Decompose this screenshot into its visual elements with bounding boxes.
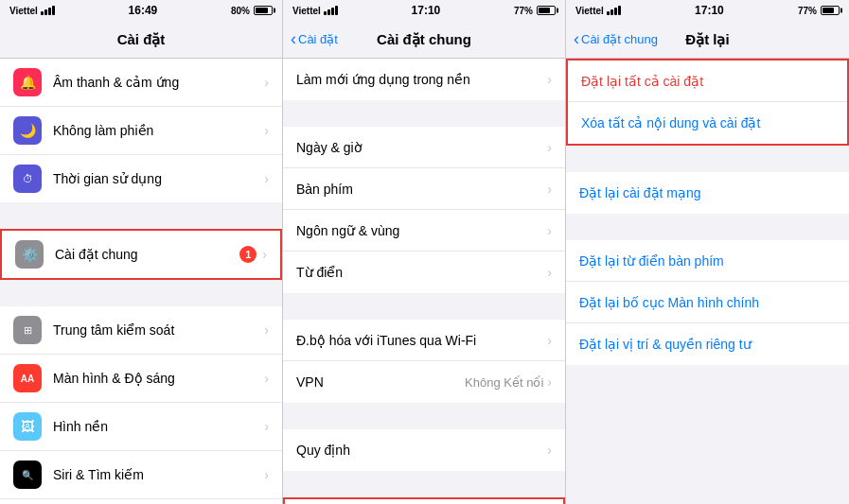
- list-item-general[interactable]: ⚙️ Cài đặt chung 1 ›: [2, 231, 280, 278]
- back-chevron-2: ‹: [291, 29, 296, 49]
- list-item-dictionary[interactable]: Từ điển ›: [283, 252, 565, 293]
- general-group-1: Làm mới ứng dụng trong nền ›: [283, 59, 565, 100]
- back-chevron-3: ‹: [574, 29, 579, 49]
- carrier-2: Viettel: [292, 6, 321, 16]
- reset-location-label: Đặt lại vị trí & quyền riêng tư: [579, 337, 836, 352]
- carrier-1: Viettel: [9, 6, 38, 16]
- signal-icon-3: [607, 6, 621, 15]
- list-item-display[interactable]: AA Màn hình & Độ sáng ›: [0, 355, 282, 403]
- reset-all-label: Đặt lại tất cả cài đặt: [581, 74, 834, 89]
- sound-icon: 🔔: [13, 68, 42, 96]
- list-item-datetime[interactable]: Ngày & giờ ›: [283, 127, 565, 168]
- list-item-reset-network[interactable]: Đặt lại cài đặt mạng: [566, 172, 849, 214]
- list-item-reset-keyboard[interactable]: Đặt lại từ điển bàn phím: [566, 240, 849, 282]
- general-divider-1: [283, 100, 565, 127]
- vpn-chevron: ›: [547, 374, 552, 390]
- list-item-reset-all[interactable]: Đặt lại tất cả cài đặt: [568, 61, 847, 102]
- nav-title-1: Cài đặt: [117, 31, 166, 48]
- signal-icon-1: [41, 6, 55, 15]
- display-chevron: ›: [264, 371, 269, 386]
- dnd-label: Không làm phiền: [53, 123, 264, 138]
- list-item-screentime[interactable]: ⏱ Thời gian sử dụng ›: [0, 155, 282, 202]
- dnd-chevron: ›: [264, 123, 269, 138]
- general-group-2: Ngày & giờ › Bàn phím › Ngôn ngữ & vùng …: [283, 127, 565, 293]
- language-chevron: ›: [547, 223, 552, 238]
- list-item-reset-homescreen[interactable]: Đặt lại bố cục Màn hình chính: [566, 282, 849, 323]
- status-bar-3: Viettel 17:10 77%: [566, 0, 849, 21]
- list-item-vpn[interactable]: VPN Không Kết nối ›: [283, 361, 565, 403]
- group-1: 🔔 Âm thanh & cảm ứng › 🌙 Không làm phiền…: [0, 59, 282, 202]
- list-item-background-refresh[interactable]: Làm mới ứng dụng trong nền ›: [283, 59, 565, 100]
- divider-1: [0, 202, 282, 229]
- dictionary-label: Từ điển: [296, 265, 547, 280]
- list-item-itunes-sync[interactable]: Đ.bộ hóa với iTunes qua Wi-Fi ›: [283, 320, 565, 361]
- list-item-regulations[interactable]: Quy định ›: [283, 429, 565, 471]
- general-list: Làm mới ứng dụng trong nền › Ngày & giờ …: [283, 59, 565, 504]
- time-2: 17:10: [412, 4, 441, 17]
- wallpaper-chevron: ›: [264, 419, 269, 434]
- general-icon: ⚙️: [15, 240, 44, 269]
- screentime-label: Thời gian sử dụng: [53, 171, 264, 186]
- siri-label: Siri & Tìm kiếm: [53, 467, 264, 482]
- battery-icon-2: [537, 6, 556, 15]
- general-group-5: Đặt lại › Tắt máy: [283, 497, 565, 504]
- bg-refresh-chevron: ›: [547, 72, 552, 87]
- back-button-3[interactable]: ‹ Cài đặt chung: [574, 29, 658, 49]
- wallpaper-icon: 🖼: [13, 412, 42, 441]
- settings-list: 🔔 Âm thanh & cảm ứng › 🌙 Không làm phiền…: [0, 59, 282, 504]
- itunes-sync-label: Đ.bộ hóa với iTunes qua Wi-Fi: [296, 333, 547, 348]
- nav-bar-3: ‹ Cài đặt chung Đặt lại: [566, 21, 849, 59]
- general-divider-3: [283, 403, 565, 429]
- panel-settings: Viettel 16:49 80% Cài đặt 🔔: [0, 0, 283, 504]
- list-item-controlcenter[interactable]: ⊞ Trung tâm kiểm soát ›: [0, 306, 282, 355]
- regulations-chevron: ›: [547, 443, 552, 458]
- reset-keyboard-label: Đặt lại từ điển bàn phím: [579, 253, 836, 269]
- list-item-dnd[interactable]: 🌙 Không làm phiền ›: [0, 107, 282, 155]
- battery-pct-2: 77%: [514, 6, 533, 16]
- panel-reset: Viettel 17:10 77% ‹ Cài đặt chung Đặt lạ…: [566, 0, 849, 504]
- time-1: 16:49: [129, 4, 158, 17]
- reset-divider-1: [566, 146, 849, 172]
- back-label-3: Cài đặt chung: [581, 32, 658, 46]
- keyboard-label: Bàn phím: [296, 182, 547, 197]
- general-chevron: ›: [262, 247, 267, 262]
- status-bar-2: Viettel 17:10 77%: [283, 0, 565, 21]
- reset-list: Đặt lại tất cả cài đặt Xóa tất cả nội du…: [566, 59, 849, 504]
- dictionary-chevron: ›: [547, 265, 552, 280]
- status-bar-1: Viettel 16:49 80%: [0, 0, 282, 21]
- nav-title-3: Đặt lại: [685, 31, 729, 48]
- display-label: Màn hình & Độ sáng: [53, 371, 264, 386]
- list-item-reset[interactable]: Đặt lại ›: [285, 499, 563, 504]
- group-3: ⊞ Trung tâm kiểm soát › AA Màn hình & Độ…: [0, 306, 282, 504]
- list-item-wallpaper[interactable]: 🖼 Hình nền ›: [0, 403, 282, 451]
- list-item-erase-all[interactable]: Xóa tất cả nội dung và cài đặt: [568, 102, 847, 144]
- battery-pct-3: 77%: [798, 6, 817, 16]
- bg-refresh-label: Làm mới ứng dụng trong nền: [296, 72, 547, 87]
- reset-homescreen-label: Đặt lại bố cục Màn hình chính: [579, 295, 836, 310]
- list-item-touchid[interactable]: 👆 Touch ID & Mật mã ›: [0, 499, 282, 504]
- reset-group-1: Đặt lại tất cả cài đặt Xóa tất cả nội du…: [566, 59, 849, 146]
- list-item-language[interactable]: Ngôn ngữ & vùng ›: [283, 210, 565, 252]
- vpn-value: Không Kết nối: [465, 375, 543, 390]
- panel-general: Viettel 17:10 77% ‹ Cài đặt Cài đặt chun…: [283, 0, 566, 504]
- general-divider-2: [283, 293, 565, 320]
- itunes-sync-chevron: ›: [547, 333, 552, 348]
- general-label: Cài đặt chung: [55, 247, 239, 262]
- list-item-siri[interactable]: 🔍 Siri & Tìm kiếm ›: [0, 451, 282, 499]
- list-item-keyboard[interactable]: Bàn phím ›: [283, 168, 565, 210]
- controlcenter-chevron: ›: [264, 322, 269, 338]
- reset-divider-2: [566, 214, 849, 240]
- nav-title-2: Cài đặt chung: [377, 31, 471, 48]
- list-item-sound[interactable]: 🔔 Âm thanh & cảm ứng ›: [0, 59, 282, 107]
- back-button-2[interactable]: ‹ Cài đặt: [291, 29, 338, 49]
- siri-icon: 🔍: [13, 461, 42, 489]
- list-item-reset-location[interactable]: Đặt lại vị trí & quyền riêng tư: [566, 323, 849, 365]
- display-icon: AA: [13, 364, 42, 392]
- back-label-2: Cài đặt: [298, 32, 338, 46]
- battery-icon-1: [254, 6, 273, 15]
- dnd-icon: 🌙: [13, 116, 42, 145]
- datetime-label: Ngày & giờ: [296, 140, 547, 155]
- battery-pct-1: 80%: [231, 6, 250, 16]
- sound-chevron: ›: [264, 75, 269, 90]
- nav-bar-1: Cài đặt: [0, 21, 282, 59]
